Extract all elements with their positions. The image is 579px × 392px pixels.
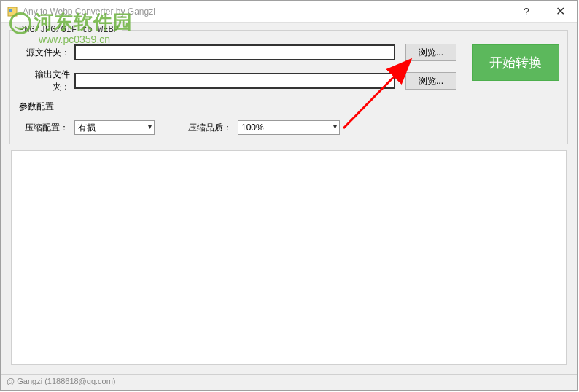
close-button[interactable]: ✕ xyxy=(543,1,577,23)
browse-output-button[interactable]: 浏览... xyxy=(405,72,456,90)
titlebar: Any to Webp Converter by Gangzi ? ✕ xyxy=(1,1,577,23)
mode-select[interactable]: 有损 xyxy=(74,120,155,135)
mode-label: 压缩配置： xyxy=(25,122,69,134)
output-input[interactable] xyxy=(74,73,395,89)
log-output xyxy=(11,150,567,365)
quality-label: 压缩品质： xyxy=(188,122,232,134)
app-icon xyxy=(7,6,18,17)
params-section-label: 参数配置 xyxy=(19,101,559,113)
source-input[interactable] xyxy=(74,44,395,60)
statusbar: @ Gangzi (1188618@qq.com) xyxy=(1,374,577,390)
start-button[interactable]: 开始转换 xyxy=(472,44,559,81)
browse-source-button[interactable]: 浏览... xyxy=(405,44,456,61)
output-label: 输出文件夹： xyxy=(19,68,70,93)
svg-rect-1 xyxy=(9,9,12,12)
group-title: PNG/JPG/GIF to WEBP xyxy=(16,25,122,35)
window-title: Any to Webp Converter by Gangzi xyxy=(23,7,510,17)
quality-select[interactable]: 100% xyxy=(238,120,340,135)
help-button[interactable]: ? xyxy=(510,1,543,23)
source-label: 源文件夹： xyxy=(19,47,70,59)
statusbar-text: @ Gangzi (1188618@qq.com) xyxy=(7,377,116,385)
